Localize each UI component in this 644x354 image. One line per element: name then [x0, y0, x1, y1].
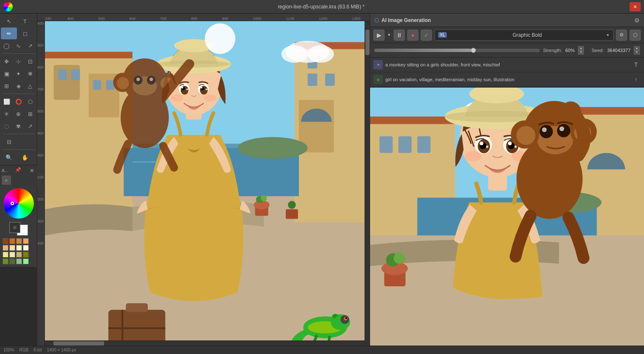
- filter-tool[interactable]: ❋: [24, 68, 36, 80]
- reference-tool[interactable]: ⊟: [1, 136, 17, 148]
- strength-slider[interactable]: [374, 49, 540, 52]
- brush-tool[interactable]: ◯: [1, 40, 13, 52]
- measure-tool[interactable]: △: [24, 80, 36, 92]
- ai-close-btn[interactable]: ✕: [29, 167, 36, 174]
- calligraphy-tool[interactable]: ∿: [13, 40, 25, 52]
- status-dimensions: 1400 × 1400 px: [47, 348, 76, 352]
- svg-point-26: [261, 195, 267, 201]
- window-title: region-live-d5-upscale.kra (63.6 MiB) *: [13, 4, 630, 10]
- seed-down-arrow[interactable]: ▼: [634, 50, 640, 55]
- magnetic-select-tool[interactable]: ✾: [13, 120, 25, 132]
- color-swatch[interactable]: [16, 258, 22, 264]
- color-swatch[interactable]: [23, 258, 29, 264]
- ai-pin-btn[interactable]: 📌: [15, 167, 22, 174]
- ai-settings-gear[interactable]: ⚙: [634, 17, 640, 24]
- assistant-tool[interactable]: ◈: [13, 80, 25, 92]
- prompt-row-2: ≡ girl on vacation, village, mediterrain…: [370, 72, 644, 87]
- crop-tool[interactable]: ⊡: [24, 55, 36, 67]
- transform-select-tool[interactable]: ↗: [24, 120, 36, 132]
- similar-select-tool[interactable]: ⊞: [24, 108, 36, 120]
- play-dropdown-arrow[interactable]: ▼: [387, 33, 391, 37]
- confirm-button[interactable]: ✓: [421, 30, 432, 41]
- status-bar: 100% RGB 8-bit 1400 × 1400 px: [0, 346, 644, 354]
- horizontal-scrollbar[interactable]: [45, 340, 365, 346]
- color-swatch[interactable]: [3, 252, 8, 258]
- color-swatch[interactable]: [9, 238, 15, 244]
- color-swatch[interactable]: [3, 258, 8, 264]
- vertical-scrollbar[interactable]: [365, 21, 370, 346]
- svg-rect-10: [45, 52, 133, 58]
- color-swatch[interactable]: [3, 245, 8, 251]
- strength-spinners[interactable]: ▲ ▼: [578, 46, 584, 55]
- shapes-tool[interactable]: ◻: [17, 27, 33, 39]
- seed-up-arrow[interactable]: ▲: [634, 46, 640, 50]
- svg-rect-86: [587, 169, 625, 198]
- svg-point-52: [201, 87, 202, 88]
- color-swatch[interactable]: [16, 238, 22, 244]
- rect-select-tool[interactable]: ⬜: [1, 96, 13, 107]
- grid-tool[interactable]: ⊞: [1, 80, 13, 92]
- ruler-tick-left: 1300: [37, 219, 44, 223]
- smart-tool[interactable]: ↗: [24, 40, 36, 52]
- 3d-view-btn[interactable]: ⬡: [630, 30, 641, 41]
- close-button[interactable]: ×: [630, 2, 641, 11]
- foreground-color-box[interactable]: [9, 222, 20, 233]
- strength-down-arrow[interactable]: ▼: [578, 50, 584, 55]
- color-swatch[interactable]: [3, 238, 8, 244]
- color-swatch[interactable]: [23, 252, 29, 258]
- transform-tool[interactable]: ⊹: [13, 55, 25, 67]
- model-settings-btn[interactable]: ⚙: [616, 30, 627, 41]
- tool-row-4: ✥ ⊹ ⊡: [1, 55, 36, 67]
- strength-label: Strength:: [543, 48, 562, 53]
- canvas-scroll-area[interactable]: 40050060070080090010001100120013001400: [37, 21, 370, 346]
- cursor-tool[interactable]: ↖: [1, 15, 17, 27]
- color-swatch[interactable]: [9, 245, 15, 251]
- ellipse-select-tool[interactable]: ⭕: [13, 96, 25, 107]
- tool-row-7: ⬜ ⭕ ⬡: [1, 96, 36, 107]
- vertical-scrollbar-thumb[interactable]: [365, 30, 370, 55]
- separator-1: [3, 53, 35, 54]
- move-tool[interactable]: ✥: [1, 55, 13, 67]
- eyedropper-tool[interactable]: ✦: [13, 68, 25, 80]
- seed-spinners[interactable]: ▲ ▼: [634, 46, 640, 55]
- svg-rect-30: [126, 303, 148, 312]
- color-swatch[interactable]: [23, 238, 29, 244]
- prompt-action-btn-1[interactable]: T: [631, 60, 641, 69]
- pan-tool[interactable]: ✋: [17, 151, 33, 163]
- svg-rect-8: [93, 80, 101, 90]
- prompt-action-btn-2[interactable]: ↑: [631, 75, 641, 84]
- color-swatch[interactable]: [16, 245, 22, 251]
- svg-point-61: [117, 77, 129, 89]
- strength-up-arrow[interactable]: ▲: [578, 46, 584, 50]
- poly-select-tool[interactable]: ⬡: [24, 96, 36, 107]
- color-swatch[interactable]: [23, 245, 29, 251]
- color-wheel-container[interactable]: [3, 188, 34, 219]
- pen-tool[interactable]: ✏: [1, 27, 17, 39]
- color-swatch[interactable]: [16, 252, 22, 258]
- fill-tool[interactable]: ▣: [1, 68, 13, 80]
- model-selector[interactable]: XL Graphic Bold ▼: [434, 30, 614, 41]
- color-swatch[interactable]: [9, 252, 15, 258]
- pause-button[interactable]: ⏸: [394, 30, 405, 41]
- prompt-row-1: ✦ a monkey sitting on a girls shoulder, …: [370, 58, 644, 72]
- color-swatches: [2, 237, 36, 265]
- magic-wand-tool[interactable]: ✳: [1, 108, 13, 120]
- svg-point-55: [171, 95, 183, 102]
- svg-point-108: [464, 151, 481, 162]
- contiguous-select-tool[interactable]: ⊕: [13, 108, 25, 120]
- horizontal-scrollbar-thumb[interactable]: [53, 341, 104, 346]
- record-button[interactable]: ●: [407, 30, 418, 41]
- strength-slider-thumb[interactable]: [471, 48, 476, 53]
- color-wheel[interactable]: [3, 188, 34, 219]
- strength-value: 60%: [565, 48, 575, 53]
- text-tool[interactable]: T: [17, 15, 33, 27]
- zoom-tool[interactable]: 🔍: [1, 151, 17, 163]
- prompt-icon-2: ≡: [373, 75, 383, 84]
- play-button[interactable]: ▶: [373, 30, 384, 41]
- canvas-viewport[interactable]: [45, 21, 365, 340]
- freehand-select-tool[interactable]: ◌: [1, 120, 13, 132]
- svg-point-119: [542, 127, 547, 132]
- app-icon: [3, 2, 13, 11]
- ai-controls-bar: ▶ ▼ ⏸ ● ✓ XL Graphic Bold ▼ ⚙ ⬡: [370, 27, 644, 43]
- color-swatch[interactable]: [9, 258, 15, 264]
